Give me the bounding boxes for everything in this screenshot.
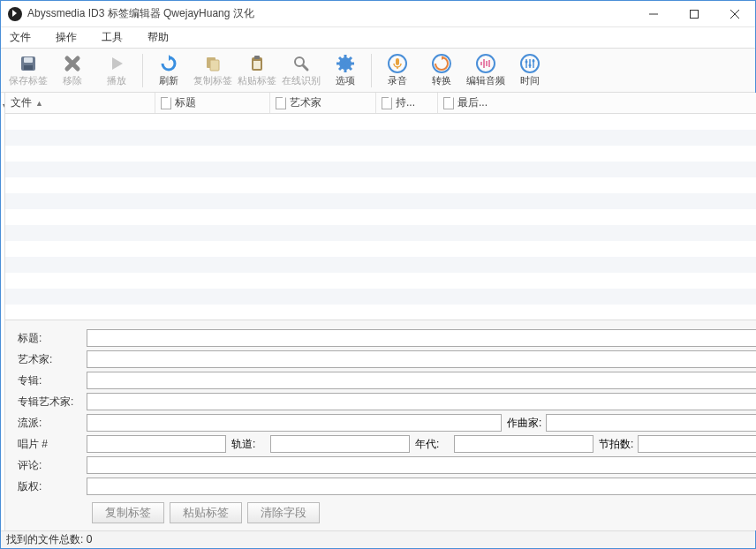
form-buttons: 复制标签 粘贴标签 清除字段 保存标签 移除标签: [18, 502, 756, 523]
grid-row: [5, 193, 756, 209]
menu-help[interactable]: 帮助: [147, 30, 169, 45]
svg-point-34: [529, 64, 532, 66]
refresh-icon: [159, 54, 178, 73]
track-field[interactable]: [270, 435, 410, 453]
time-button[interactable]: 时间: [508, 50, 552, 91]
maximize-button[interactable]: [674, 1, 714, 27]
grid-row: [5, 289, 756, 305]
window-controls: [633, 1, 755, 27]
paste-tags-form-button[interactable]: 粘贴标签: [170, 502, 242, 523]
microphone-icon: [388, 54, 407, 73]
grid-row: [5, 130, 756, 146]
album-field[interactable]: [87, 372, 756, 389]
copy-tags-form-button[interactable]: 复制标签: [92, 502, 164, 523]
grid-row: [5, 177, 756, 193]
minimize-button[interactable]: [633, 1, 674, 27]
grid-row: [5, 225, 756, 241]
workspace: ▾ 此电脑 ▸ C:\ ▸ D:\ E:\: [1, 93, 755, 530]
svg-point-33: [525, 60, 528, 63]
col-title[interactable]: 标题: [155, 93, 270, 113]
genre-field[interactable]: [87, 414, 502, 432]
discno-field[interactable]: [87, 435, 226, 453]
copy-icon: [203, 54, 223, 73]
svg-line-13: [303, 65, 307, 70]
refresh-button[interactable]: 刷新: [147, 50, 191, 91]
clear-fields-button[interactable]: 清除字段: [247, 502, 320, 523]
col-file[interactable]: 文件 ▲: [5, 93, 155, 113]
app-window: Abyssmedia ID3 标签编辑器 QwejayHuang 汉化 文件 操…: [0, 0, 756, 549]
toolbar: 保存标签 移除 播放 刷新 复制标签 粘贴标签 在线识别 选项: [1, 49, 755, 93]
col-artist[interactable]: 艺术家: [270, 93, 376, 113]
svg-rect-6: [24, 65, 33, 70]
artist-field[interactable]: [87, 350, 756, 368]
remove-button[interactable]: 移除: [50, 50, 94, 91]
paste-tags-button[interactable]: 粘贴标签: [235, 50, 279, 91]
grid-row: [5, 241, 756, 257]
record-button[interactable]: 录音: [375, 50, 420, 91]
app-icon: [8, 7, 22, 21]
copy-tags-button[interactable]: 复制标签: [191, 50, 235, 91]
label-album: 专辑:: [18, 373, 87, 388]
label-discno: 唱片 #: [18, 437, 87, 452]
menubar: 文件 操作 工具 帮助: [1, 27, 755, 49]
menu-file[interactable]: 文件: [10, 30, 31, 45]
grid-row: [5, 257, 756, 273]
svg-rect-8: [210, 60, 219, 71]
close-icon: [730, 10, 739, 19]
online-id-button[interactable]: 在线识别: [279, 50, 323, 91]
grid-row: [5, 146, 756, 162]
grid-body[interactable]: [5, 114, 756, 320]
svg-rect-1: [691, 10, 699, 18]
label-copyright: 版权:: [18, 479, 87, 494]
toolbar-separator: [142, 54, 143, 87]
col-duration[interactable]: 持...: [376, 93, 438, 113]
menu-action[interactable]: 操作: [56, 30, 77, 45]
play-button[interactable]: 播放: [94, 50, 139, 91]
label-comment: 评论:: [18, 458, 87, 473]
statusbar: 找到的文件总数: 0: [1, 530, 755, 548]
comment-field[interactable]: [87, 456, 756, 474]
copyright-field[interactable]: [87, 478, 756, 495]
label-artist: 艺术家:: [18, 352, 87, 367]
albumartist-field[interactable]: [87, 393, 756, 410]
label-bpm: 节拍数:: [593, 437, 638, 452]
gear-icon: [336, 54, 355, 73]
grid-row: [5, 273, 756, 289]
svg-rect-10: [254, 56, 260, 59]
svg-rect-11: [253, 61, 261, 69]
waveform-icon: [476, 54, 495, 73]
menu-tool[interactable]: 工具: [102, 30, 123, 45]
save-tags-button[interactable]: 保存标签: [6, 50, 50, 91]
search-icon: [291, 54, 311, 73]
title-field[interactable]: [87, 329, 756, 347]
grid-row: [5, 114, 756, 130]
tag-form: 标题: 艺术家: 专辑: 专辑艺术家: 流派: 作曲家: 唱片 # 轨道: 年代…: [5, 320, 756, 530]
svg-point-24: [477, 55, 495, 72]
label-track: 轨道:: [226, 437, 270, 452]
grid-row: [5, 162, 756, 177]
sliders-icon: [520, 54, 540, 73]
composer-field[interactable]: [546, 414, 756, 432]
play-icon: [107, 54, 126, 73]
label-albumartist: 专辑艺术家:: [18, 395, 87, 410]
main-panel: 文件 ▲ 标题 艺术家 持... 最后...: [5, 93, 756, 530]
titlebar: Abyssmedia ID3 标签编辑器 QwejayHuang 汉化: [1, 1, 755, 27]
label-composer: 作曲家:: [502, 416, 546, 431]
close-button[interactable]: [714, 1, 755, 27]
maximize-icon: [690, 10, 699, 19]
bpm-field[interactable]: [638, 435, 756, 453]
minimize-icon: [649, 10, 658, 19]
document-icon: [276, 97, 286, 109]
grid-row: [5, 209, 756, 225]
document-icon: [382, 97, 392, 109]
document-icon: [161, 97, 171, 109]
label-genre: 流派:: [18, 416, 87, 431]
year-field[interactable]: [454, 435, 593, 453]
edit-audio-button[interactable]: 编辑音频: [464, 50, 508, 91]
status-text: 找到的文件总数: 0: [6, 532, 92, 547]
convert-button[interactable]: 转换: [420, 50, 464, 91]
col-modified[interactable]: 最后...: [438, 93, 756, 113]
sort-asc-icon: ▲: [35, 99, 43, 108]
options-button[interactable]: 选项: [323, 50, 367, 91]
window-title: Abyssmedia ID3 标签编辑器 QwejayHuang 汉化: [27, 6, 254, 21]
